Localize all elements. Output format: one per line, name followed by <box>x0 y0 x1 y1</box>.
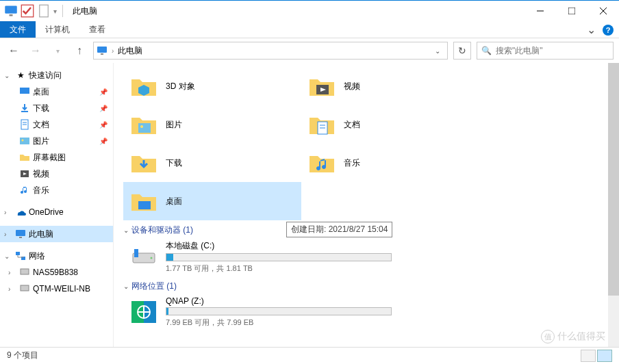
sidebar-thispc[interactable]: ›此电脑 <box>0 226 113 242</box>
tab-computer[interactable]: 计算机 <box>36 21 79 38</box>
folder-documents[interactable]: 文档 <box>301 105 479 144</box>
svg-point-34 <box>151 257 153 259</box>
help-icon[interactable]: ? <box>603 25 614 36</box>
sidebar-nas[interactable]: ›NAS59B838 <box>0 264 113 281</box>
minimize-button[interactable] <box>525 1 556 21</box>
music-icon <box>19 185 30 196</box>
pictures-icon <box>19 135 30 146</box>
folder-music[interactable]: 音乐 <box>301 144 479 182</box>
maximize-button[interactable] <box>556 1 588 21</box>
computer-icon <box>19 283 30 294</box>
sidebar-music[interactable]: 音乐 <box>0 182 113 198</box>
svg-rect-3 <box>40 5 49 17</box>
svg-rect-0 <box>5 6 17 14</box>
sidebar-documents[interactable]: 文档📌 <box>0 116 113 133</box>
drive-local[interactable]: 本地磁盘 (C:) 1.77 TB 可用，共 1.81 TB <box>123 237 397 276</box>
svg-rect-15 <box>20 138 29 144</box>
sidebar-desktop[interactable]: 桌面📌 <box>0 83 113 100</box>
refresh-button[interactable]: ↻ <box>453 42 471 60</box>
tooltip: 创建日期: 2021/8/27 15:04 <box>286 222 392 237</box>
computer-icon <box>19 267 30 278</box>
chevron-down-icon[interactable]: ⌄ <box>587 23 596 36</box>
sidebar-downloads[interactable]: 下载📌 <box>0 100 113 116</box>
network-icon <box>15 250 26 261</box>
title-bar: ▾ 此电脑 <box>0 0 619 21</box>
sidebar-quick-access[interactable]: ⌄★快速访问 <box>0 67 113 83</box>
folder-icon <box>307 148 337 178</box>
drive-usage-bar <box>166 253 392 261</box>
view-details-button[interactable] <box>581 350 596 362</box>
forward-button[interactable]: → <box>27 42 44 59</box>
address-input[interactable]: › 此电脑 ⌄ <box>93 42 448 60</box>
folder-pictures[interactable]: 图片 <box>123 105 301 144</box>
up-button[interactable]: ↑ <box>71 42 88 59</box>
section-network[interactable]: ⌄网络位置 (1) <box>123 281 619 292</box>
scrollbar[interactable] <box>608 63 619 347</box>
svg-rect-23 <box>21 285 29 291</box>
folder-icon <box>307 109 337 140</box>
watermark: 值 什么值得买 <box>541 330 605 343</box>
drive-name: 本地磁盘 (C:) <box>166 240 392 252</box>
folder-icon <box>129 71 159 101</box>
svg-rect-9 <box>101 53 103 55</box>
monitor-icon <box>15 229 26 239</box>
folder-icon <box>129 109 159 140</box>
drive-name: QNAP (Z:) <box>166 296 392 306</box>
svg-rect-1 <box>10 14 13 16</box>
search-icon: 🔍 <box>481 46 492 55</box>
sidebar-screenshots[interactable]: 屏幕截图 <box>0 149 113 166</box>
status-text: 9 个项目 <box>7 350 38 361</box>
folder-icon <box>19 152 30 163</box>
download-icon <box>19 103 30 114</box>
window-title: 此电脑 <box>73 5 97 17</box>
svg-rect-20 <box>16 252 20 255</box>
svg-rect-33 <box>134 253 138 257</box>
chevron-right-icon: › <box>112 47 114 55</box>
drive-usage-bar <box>166 307 392 315</box>
search-placeholder: 搜索"此电脑" <box>496 45 543 57</box>
sidebar-onedrive[interactable]: ›OneDrive <box>0 204 113 220</box>
drive-sub: 1.77 TB 可用，共 1.81 TB <box>166 263 392 274</box>
svg-rect-5 <box>568 8 575 14</box>
folder-icon <box>129 186 159 216</box>
document-icon <box>19 119 30 130</box>
sidebar-qtm[interactable]: ›QTM-WEILI-NB <box>0 281 113 297</box>
tab-file[interactable]: 文件 <box>0 21 36 38</box>
dropdown-icon[interactable]: ▾ <box>53 8 57 15</box>
sidebar-network[interactable]: ⌄网络 <box>0 248 113 264</box>
address-dropdown-icon[interactable]: ⌄ <box>431 47 444 55</box>
svg-rect-19 <box>19 237 22 238</box>
folder-desktop[interactable]: 桌面 <box>123 182 301 220</box>
back-button[interactable]: ← <box>5 42 22 59</box>
tab-view[interactable]: 查看 <box>79 21 115 38</box>
folder-3d-objects[interactable]: 3D 对象 <box>123 67 301 105</box>
svg-rect-10 <box>20 88 29 94</box>
monitor-icon <box>4 4 18 18</box>
sidebar-pictures[interactable]: 图片📌 <box>0 133 113 149</box>
star-icon: ★ <box>15 70 26 81</box>
folder-icon <box>307 71 337 101</box>
drive-icon <box>129 242 159 272</box>
svg-rect-25 <box>138 123 151 133</box>
checkbox-icon[interactable] <box>21 4 34 18</box>
status-bar: 9 个项目 <box>0 347 619 363</box>
address-text: 此电脑 <box>118 45 142 57</box>
drive-qnap[interactable]: QNAP (Z:) 7.99 EB 可用，共 7.99 EB <box>123 294 397 330</box>
sidebar-videos[interactable]: 视频 <box>0 166 113 182</box>
svg-point-26 <box>140 125 143 128</box>
recent-button[interactable]: ▾ <box>49 42 66 59</box>
address-bar: ← → ▾ ↑ › 此电脑 ⌄ ↻ 🔍 搜索"此电脑" <box>0 38 619 63</box>
folder-downloads[interactable]: 下载 <box>123 144 301 182</box>
search-input[interactable]: 🔍 搜索"此电脑" <box>477 42 614 60</box>
folder-videos[interactable]: 视频 <box>301 67 479 105</box>
onedrive-icon <box>15 207 26 218</box>
view-large-button[interactable] <box>597 350 612 362</box>
close-button[interactable] <box>588 1 619 21</box>
page-icon <box>37 4 51 18</box>
watermark-icon: 值 <box>541 330 555 343</box>
pin-icon: 📌 <box>99 138 108 145</box>
desktop-icon <box>19 86 30 97</box>
pin-icon: 📌 <box>99 121 108 129</box>
pin-icon: 📌 <box>99 105 108 112</box>
svg-point-16 <box>22 140 24 142</box>
